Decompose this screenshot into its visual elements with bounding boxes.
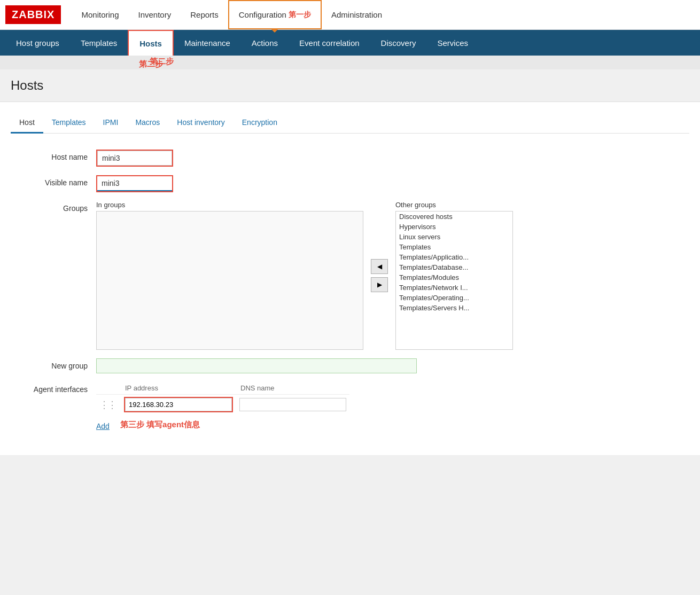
new-group-label: New group	[11, 358, 96, 370]
nav-reports[interactable]: Reports	[181, 0, 228, 29]
group-item[interactable]: Templates/Applicatio...	[396, 252, 512, 262]
groups-row: Groups In groups ◀ ▶ Other groups Discov…	[11, 201, 689, 350]
group-item[interactable]: Discovered hosts	[396, 212, 512, 222]
sub-nav-list: Host groups Templates Hosts 第二步 Maintena…	[5, 30, 479, 56]
new-group-control	[96, 358, 689, 373]
group-item[interactable]: Templates/Database...	[396, 262, 512, 272]
new-group-input[interactable]	[96, 358, 417, 373]
subnav-actions[interactable]: Actions	[241, 30, 289, 56]
ip-address-header	[96, 382, 121, 395]
in-groups-column: In groups	[96, 201, 363, 350]
groups-content: In groups ◀ ▶ Other groups Discovered ho…	[96, 201, 689, 350]
sub-navigation: Host groups Templates Hosts 第二步 Maintena…	[0, 30, 700, 56]
visible-name-highlight	[96, 175, 173, 192]
page-title: Hosts	[11, 78, 689, 93]
group-item[interactable]: Templates/Operating...	[396, 293, 512, 303]
agent-interfaces-row: Agent interfaces IP address DNS name ⋮	[11, 382, 689, 430]
tab-encryption[interactable]: Encryption	[234, 113, 286, 134]
drag-handle-cell: ⋮⋮	[96, 395, 121, 415]
tab-host[interactable]: Host	[11, 113, 43, 134]
dns-name-input[interactable]	[239, 398, 346, 411]
host-name-label: Host name	[11, 150, 96, 161]
subnav-host-groups[interactable]: Host groups	[5, 30, 70, 56]
dns-name-cell	[236, 395, 349, 415]
drag-handle-icon[interactable]: ⋮⋮	[99, 400, 115, 410]
in-groups-listbox[interactable]	[96, 211, 363, 350]
add-interface-link[interactable]: Add	[96, 422, 110, 430]
host-name-row: Host name	[11, 150, 689, 167]
other-groups-label: Other groups	[395, 201, 513, 209]
zabbix-logo: ZABBIX	[5, 5, 61, 24]
group-item[interactable]: Hypervisors	[396, 222, 512, 232]
ip-highlight	[124, 397, 233, 412]
nav-monitoring[interactable]: Monitoring	[72, 0, 128, 29]
group-item[interactable]: Templates/Servers H...	[396, 303, 512, 313]
other-groups-listbox[interactable]: Discovered hosts Hypervisors Linux serve…	[395, 211, 513, 350]
subnav-maintenance[interactable]: Maintenance	[174, 30, 241, 56]
host-form: Host name Visible name Groups In groups	[11, 144, 689, 444]
visible-name-row: Visible name	[11, 175, 689, 192]
nav-inventory[interactable]: Inventory	[129, 0, 181, 29]
group-item[interactable]: Templates	[396, 242, 512, 252]
in-groups-label: In groups	[96, 201, 363, 209]
host-name-input[interactable]	[97, 151, 172, 166]
add-row: Add 第三步 填写agent信息	[96, 419, 689, 430]
top-navigation: ZABBIX Monitoring Inventory Reports Conf…	[0, 0, 700, 30]
tab-host-inventory[interactable]: Host inventory	[168, 113, 233, 134]
new-group-row: New group	[11, 358, 689, 373]
interfaces-table: IP address DNS name ⋮⋮	[96, 382, 349, 414]
page-heading: Hosts	[0, 69, 700, 102]
dns-name-header: DNS name	[236, 382, 349, 395]
groups-arrows: ◀ ▶	[369, 201, 390, 350]
move-left-button[interactable]: ◀	[371, 259, 388, 274]
nav-administration[interactable]: Administration	[322, 0, 392, 29]
form-tabs: Host Templates IPMI Macros Host inventor…	[11, 113, 689, 134]
visible-name-input[interactable]	[97, 176, 172, 191]
step2-annotation: 第二步	[139, 59, 163, 69]
top-nav-list: Monitoring Inventory Reports Configurati…	[72, 0, 392, 29]
main-content: Host Templates IPMI Macros Host inventor…	[0, 102, 700, 455]
host-name-control	[96, 150, 689, 167]
subnav-templates[interactable]: Templates	[70, 30, 128, 56]
groups-label: Groups	[11, 201, 96, 213]
tab-templates[interactable]: Templates	[43, 113, 95, 134]
tab-ipmi[interactable]: IPMI	[95, 113, 127, 134]
subnav-event-correlation[interactable]: Event correlation	[289, 30, 370, 56]
group-item[interactable]: Linux servers	[396, 232, 512, 242]
subnav-hosts[interactable]: Hosts 第二步	[128, 30, 174, 56]
step2-area: 第二步	[0, 56, 700, 69]
ip-address-input[interactable]	[125, 398, 232, 411]
subnav-discovery[interactable]: Discovery	[370, 30, 427, 56]
tab-macros[interactable]: Macros	[127, 113, 168, 134]
other-groups-column: Other groups Discovered hosts Hypervisor…	[395, 201, 513, 350]
subnav-services[interactable]: Services	[426, 30, 479, 56]
group-item[interactable]: Templates/Modules	[396, 272, 512, 283]
visible-name-label: Visible name	[11, 175, 96, 187]
nav-configuration[interactable]: Configuration 第一步	[228, 0, 322, 29]
group-item[interactable]: Templates/Network I...	[396, 283, 512, 293]
host-name-highlight	[96, 150, 173, 167]
ip-address-header-label: IP address	[121, 382, 236, 395]
agent-interfaces-control: IP address DNS name ⋮⋮	[96, 382, 689, 430]
visible-name-control	[96, 175, 689, 192]
step1-annotation: 第一步	[289, 10, 311, 20]
agent-interfaces-label: Agent interfaces	[11, 382, 96, 394]
move-right-button[interactable]: ▶	[371, 277, 388, 292]
step3-annotation: 第三步 填写agent信息	[120, 420, 200, 430]
ip-address-cell	[121, 395, 236, 415]
interface-row: ⋮⋮	[96, 395, 349, 415]
